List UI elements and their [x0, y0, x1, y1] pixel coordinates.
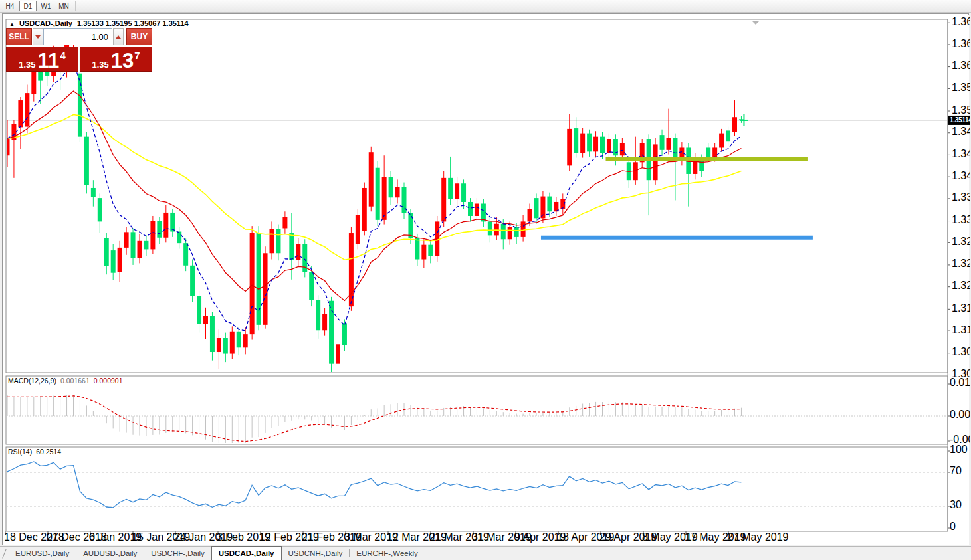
buy-price-small: 1.35 [92, 60, 108, 69]
candle [190, 260, 195, 302]
price-axis-label: 1.36070 [952, 60, 970, 71]
candle [376, 161, 380, 226]
macd-axis-label: 0.00 [950, 409, 970, 420]
buy-price-big: 13 [111, 52, 134, 69]
sell-price-big: 11 [38, 52, 60, 69]
candle [441, 171, 446, 227]
candle [329, 297, 334, 373]
candle [257, 226, 261, 330]
candle [263, 246, 268, 329]
price-axis-label: 1.32130 [952, 280, 970, 291]
candle [150, 216, 155, 254]
volume-increase-button[interactable] [113, 28, 124, 45]
timeframe-button-h4[interactable]: H4 [1, 1, 19, 11]
candle [356, 209, 360, 250]
price-axis-label: 1.32920 [952, 236, 970, 247]
collapse-arrow-icon[interactable]: ▲ [9, 21, 15, 27]
sell-price-button[interactable]: 1.35 11 4 [6, 47, 78, 72]
tab-audusd-daily[interactable]: AUDUSD-,Daily [76, 547, 144, 560]
volume-input[interactable]: 1.00 [43, 28, 112, 45]
price-axis-label: 1.35680 [952, 82, 970, 93]
tab-usdcad-daily[interactable]: USDCAD-,Daily [211, 546, 282, 560]
macd-name: MACD(12,26,9) [8, 377, 56, 385]
price-axis-label: 1.34490 [952, 148, 970, 159]
tab-usdcnh-daily[interactable]: USDCNH-,Daily [282, 547, 350, 560]
price-axis-label: 1.34100 [952, 170, 970, 181]
tab-eurchf-weekly[interactable]: EURCHF-,Weekly [350, 547, 424, 560]
chart-ohlc-values: 1.35133 1.35195 1.35067 1.35114 [77, 19, 189, 27]
rsi-value: 60.2514 [36, 448, 61, 456]
candle [302, 239, 307, 277]
price-axis-label: 1.31730 [952, 302, 970, 314]
rsi-label: RSI(14) 60.2514 [8, 448, 61, 456]
buy-button[interactable]: BUY [126, 28, 152, 45]
trading-app-window: H4D1W1MN 1.368601.364701.360701.356801.3… [0, 0, 971, 560]
macd-label: MACD(12,26,9) 0.001661 0.000901 [8, 377, 123, 385]
macd-signal-value: 0.000901 [94, 377, 123, 385]
triangle-up-icon [116, 35, 121, 39]
timeframe-button-d1[interactable]: D1 [19, 1, 37, 11]
chart-window: 1.368601.364701.360701.356801.352801.348… [2, 13, 969, 545]
chart-title: ▲ USDCAD-,Daily 1.35133 1.35195 1.35067 … [9, 19, 189, 27]
buy-price-button[interactable]: 1.35 13 7 [80, 47, 152, 72]
rsi-axis-label: 100 [950, 444, 968, 455]
price-axis-label: 1.31340 [952, 324, 970, 335]
rsi-axis-label: 70 [950, 465, 962, 476]
rsi-name: RSI(14) [8, 448, 32, 456]
price-axis-label: 1.33710 [952, 191, 970, 203]
timeframe-button-w1[interactable]: W1 [37, 1, 54, 11]
price-axis-label: 1.36860 [952, 16, 970, 27]
chart-canvas[interactable]: 1.368601.364701.360701.356801.352801.348… [3, 14, 970, 545]
rsi-axis-label: 0 [950, 521, 956, 532]
candle [250, 226, 255, 339]
tabbar-corner [2, 549, 7, 558]
svg-text:1.35114: 1.35114 [950, 116, 970, 124]
sell-price-sup: 4 [60, 50, 65, 61]
sell-price-small: 1.35 [19, 60, 35, 69]
price-axis-label: 1.32520 [952, 258, 970, 269]
one-click-trade-panel: SELL 1.00 BUY 1.35 11 4 1.35 13 7 [6, 28, 152, 72]
triangle-down-icon [35, 35, 41, 39]
volume-decrease-button[interactable] [33, 28, 43, 45]
tab-separator [425, 549, 425, 557]
price-pane [6, 19, 948, 373]
price-axis-label: 1.34890 [952, 126, 970, 137]
symbol-tabbar: EURUSD-,DailyAUDUSD-,DailyUSDCHF-,DailyU… [0, 546, 971, 560]
buy-price-sup: 7 [134, 50, 140, 61]
chart-symbol-label: USDCAD-,Daily [19, 19, 72, 27]
price-axis-label: 1.35280 [952, 104, 970, 116]
price-axis-label: 1.30940 [952, 346, 970, 357]
macd-axis-label: 0.010229 [950, 377, 970, 388]
timeframe-toolbar: H4D1W1MN [0, 0, 971, 13]
date-axis-label: 27 May 2019 [727, 531, 789, 543]
tab-usdchf-daily[interactable]: USDCHF-,Daily [144, 547, 211, 560]
sell-button[interactable]: SELL [6, 28, 32, 45]
timeframe-button-mn[interactable]: MN [55, 1, 72, 11]
tab-eurusd-daily[interactable]: EURUSD-,Daily [9, 547, 76, 560]
toolbar-separator [75, 1, 76, 11]
candle [362, 183, 367, 236]
rsi-axis-label: 30 [950, 499, 962, 510]
macd-main-value: 0.001661 [60, 377, 90, 385]
price-axis-label: 1.33310 [952, 214, 970, 225]
candle [369, 147, 374, 211]
rsi-pane [6, 447, 948, 531]
candle [84, 132, 89, 193]
price-axis-label: 1.36470 [952, 38, 970, 49]
